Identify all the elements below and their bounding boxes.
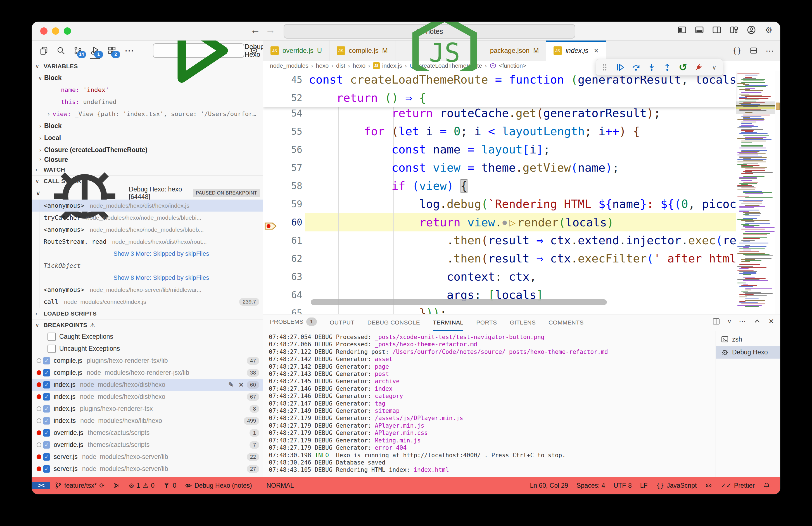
breakpoint-paused-icon[interactable] bbox=[264, 218, 277, 227]
variable-row[interactable]: ›view: _View {path: 'index.tsx', source:… bbox=[32, 108, 263, 120]
step-over-button[interactable] bbox=[631, 62, 641, 72]
minimap[interactable] bbox=[736, 71, 775, 314]
checkbox[interactable]: ✓ bbox=[43, 429, 50, 437]
debug-session-row[interactable]: ∨Debug Hexo: hexo [64448]PAUSED ON BREAK… bbox=[32, 187, 263, 200]
variable-row[interactable]: ›Local bbox=[32, 132, 263, 144]
tab-package-json[interactable]: JSpackage.jsonM bbox=[395, 41, 546, 61]
tab-override-js[interactable]: JSoverride.jsU bbox=[263, 41, 330, 61]
copilot[interactable] bbox=[701, 477, 716, 494]
session-zsh[interactable]: zsh bbox=[716, 333, 780, 346]
chevron-down-icon[interactable]: ∨ bbox=[727, 318, 731, 325]
breadcrumb-item[interactable]: hexo bbox=[316, 62, 329, 69]
close-panel-button[interactable]: ✕ bbox=[768, 317, 774, 325]
remove-breakpoint-button[interactable]: ✕ bbox=[238, 381, 244, 389]
minimize-window-button[interactable] bbox=[52, 27, 59, 35]
breadcrumb-item[interactable]: dist bbox=[336, 62, 345, 69]
checkbox[interactable] bbox=[47, 332, 56, 341]
checkbox[interactable] bbox=[47, 345, 56, 353]
variable-row[interactable]: ∨Block bbox=[32, 72, 263, 84]
session-debug-hexo[interactable]: Debug Hexo bbox=[716, 346, 780, 359]
step-out-button[interactable] bbox=[663, 62, 672, 72]
split-editor-button[interactable] bbox=[750, 46, 758, 55]
toggle-panel-button[interactable] bbox=[695, 25, 704, 35]
run-config-dropdown[interactable]: Debug Hexo∨ bbox=[153, 43, 244, 58]
stack-frame-row[interactable]: RouteStream._readnode_modules/hexo/dist/… bbox=[32, 236, 263, 247]
checkbox[interactable]: ✓ bbox=[43, 453, 50, 460]
exception-toggle-row[interactable]: Caught Exceptions bbox=[32, 331, 263, 343]
checkbox[interactable]: ✓ bbox=[43, 405, 50, 413]
more-actions-button[interactable]: ⋯ bbox=[766, 46, 774, 56]
git-branch[interactable]: feature/tsx*⟳ bbox=[50, 477, 109, 494]
checkbox[interactable]: ✓ bbox=[43, 465, 50, 473]
panel-tab-terminal[interactable]: TERMINAL bbox=[433, 319, 463, 331]
variable-row[interactable]: name: 'index' bbox=[32, 84, 263, 96]
activity-item-search[interactable] bbox=[55, 45, 67, 56]
breakpoint-row[interactable]: ✓server.jsnode_modules/hexo-server/lib22 bbox=[32, 451, 263, 463]
formatter[interactable]: ✓✓Prettier bbox=[716, 477, 759, 494]
stack-frame-row[interactable]: tryCatchernode_modules/hexo/node_modules… bbox=[32, 212, 263, 224]
breadcrumb-item[interactable]: hexo bbox=[353, 62, 365, 69]
exception-toggle-row[interactable]: Uncaught Exceptions bbox=[32, 343, 263, 355]
indentation[interactable]: Spaces: 4 bbox=[572, 477, 609, 494]
checkbox[interactable]: ✓ bbox=[43, 357, 50, 365]
problems[interactable]: ⊗1⚠0 bbox=[125, 477, 159, 494]
drag-handle[interactable] bbox=[600, 62, 609, 72]
stack-frame-row[interactable]: <anonymous>node_modules/hexo/node_module… bbox=[32, 224, 263, 236]
panel-tab-debug-console[interactable]: DEBUG CONSOLE bbox=[367, 319, 420, 331]
notifications[interactable] bbox=[759, 477, 774, 494]
breakpoint-row[interactable]: ✓override.jsthemes/cactus/scripts1 bbox=[32, 427, 263, 439]
tab-compile-js[interactable]: JScompile.jsM bbox=[330, 41, 395, 61]
breakpoint-row[interactable]: ✓index.jsnode_modules/hexo/dist/hexo67 bbox=[32, 391, 263, 403]
breakpoint-row[interactable]: ✓override.jsthemes/cactus/scripts7 bbox=[32, 439, 263, 451]
panel-more-actions-button[interactable]: ⋯ bbox=[739, 317, 746, 326]
disconnect-button[interactable] bbox=[694, 62, 703, 72]
step-into-button[interactable] bbox=[647, 62, 656, 72]
breakpoint-row[interactable]: ✓compile.jsplugins/hexo-renderer-tsx/lib… bbox=[32, 355, 263, 367]
stack-frame-row[interactable]: <anonymous>node_modules/hexo/dist/hexo/i… bbox=[32, 200, 263, 212]
skipped-frames-link[interactable]: Show 3 More: Skipped by skipFiles bbox=[44, 250, 209, 257]
checkbox[interactable]: ✓ bbox=[43, 369, 50, 376]
checkbox[interactable]: ✓ bbox=[43, 393, 50, 400]
activity-item-source-control[interactable]: 14 bbox=[72, 45, 84, 56]
close-tab-button[interactable]: ✕ bbox=[594, 47, 599, 54]
edit-breakpoint-button[interactable]: ✎ bbox=[228, 381, 234, 389]
back-button[interactable]: ← bbox=[249, 24, 262, 36]
zoom-window-button[interactable] bbox=[64, 27, 71, 35]
close-window-button[interactable] bbox=[40, 27, 47, 35]
eol[interactable]: LF bbox=[636, 477, 652, 494]
breadcrumb-item[interactable]: node_modules bbox=[270, 62, 308, 69]
cursor-position[interactable]: Ln 60, Col 29 bbox=[526, 477, 572, 494]
variable-row[interactable]: ›Block bbox=[32, 120, 263, 132]
encoding[interactable]: UTF-8 bbox=[609, 477, 636, 494]
breadcrumb-file[interactable]: index.js bbox=[382, 62, 402, 69]
maximize-panel-button[interactable] bbox=[753, 317, 761, 325]
breadcrumbs-toggle-button[interactable]: {} bbox=[733, 46, 742, 55]
section-header-variables[interactable]: ∨VARIABLES bbox=[32, 61, 263, 72]
launch-profile-button[interactable] bbox=[712, 317, 720, 325]
breakpoint-row[interactable]: ✓server.jsnode_modules/hexo-server/lib27 bbox=[32, 463, 263, 475]
panel-tab-ports[interactable]: PORTS bbox=[476, 319, 497, 331]
stack-frame-row[interactable]: callnode_modules/connect/index.js239:7 bbox=[32, 296, 263, 308]
restart-button[interactable]: ↺ bbox=[678, 62, 688, 72]
stack-frame-row[interactable]: Show 3 More: Skipped by skipFiles bbox=[32, 247, 263, 260]
variable-row[interactable]: this: undefined bbox=[32, 96, 263, 108]
panel-tab-problems[interactable]: PROBLEMS1 bbox=[270, 317, 317, 331]
panel-tab-comments[interactable]: COMMENTS bbox=[549, 319, 584, 331]
section-header-breakpoints[interactable]: ∨BREAKPOINTS⚠ bbox=[32, 319, 263, 331]
settings-button[interactable]: ⚙ bbox=[764, 25, 773, 35]
stack-frame-row[interactable]: <anonymous>node_modules/hexo-server/lib/… bbox=[32, 284, 263, 296]
stack-frame-row[interactable]: TickObject bbox=[32, 260, 263, 272]
panel-tab-output[interactable]: OUTPUT bbox=[330, 319, 354, 331]
breakpoint-row[interactable]: ✓index.jsplugins/hexo-renderer-tsx8 bbox=[32, 403, 263, 415]
continue-button[interactable] bbox=[615, 62, 625, 72]
skipped-frames-link[interactable]: Show 8 More: Skipped by skipFiles bbox=[44, 274, 209, 282]
forward-button[interactable]: → bbox=[264, 24, 277, 36]
breakpoint-row[interactable]: ✓index.tsnode_modules/hexo/lib/hexo499 bbox=[32, 415, 263, 427]
checkbox[interactable]: ✓ bbox=[43, 381, 50, 388]
breakpoint-row[interactable]: ✓compile.jsnode_modules/hexo-renderer-js… bbox=[32, 367, 263, 379]
terminal-output[interactable]: 07:48:27.054 DEBUG Processed: _posts/xco… bbox=[263, 331, 715, 477]
activity-item-run-and-debug[interactable]: 1 bbox=[89, 45, 101, 56]
checkbox[interactable]: ✓ bbox=[43, 417, 50, 425]
customize-layout-button[interactable] bbox=[729, 25, 739, 35]
accounts-button[interactable] bbox=[746, 25, 756, 35]
